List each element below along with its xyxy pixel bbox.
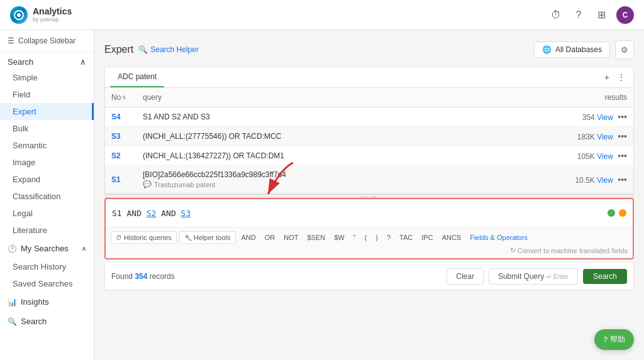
search-helper-button[interactable]: 🔍 Search Helper	[138, 45, 199, 54]
view-link-s2[interactable]: View	[597, 152, 613, 161]
clear-button[interactable]: Clear	[447, 268, 484, 285]
query-input[interactable]: S1 AND S2 AND S3	[112, 209, 608, 218]
saved-searches-label: Saved Searches	[13, 279, 72, 288]
help-icon[interactable]: ?	[571, 8, 586, 23]
app-logo-text: Analytics by patinap	[33, 7, 72, 23]
gear-icon: ⚙	[621, 45, 628, 55]
row-id-s1[interactable]: S1	[105, 166, 136, 194]
search-bottom-icon: 🔍	[8, 317, 17, 326]
row-id-s2[interactable]: S2	[105, 146, 136, 166]
operator-close-paren[interactable]: )	[372, 232, 381, 243]
timer-icon[interactable]: ⏱	[548, 8, 564, 23]
row-query-s3: (INCHI_ALL:(27775546)) OR TACD:MCC	[136, 127, 488, 146]
operator-ancs[interactable]: ANCS	[439, 232, 465, 243]
user-avatar[interactable]: C	[616, 6, 634, 24]
more-button-s1[interactable]: •••	[618, 175, 627, 185]
classification-label: Classification	[13, 192, 61, 201]
search-bottom-section[interactable]: 🔍 Search	[0, 312, 94, 331]
sidebar-item-simple[interactable]: Simple	[0, 69, 94, 86]
simple-label: Simple	[13, 73, 38, 82]
my-searches-label: My Searches	[21, 244, 69, 253]
search-history-label: Search History	[13, 262, 66, 271]
operator-and[interactable]: AND	[238, 232, 259, 243]
operator-question[interactable]: ?	[384, 232, 394, 243]
sidebar-item-literature[interactable]: Literature	[0, 222, 94, 239]
sidebar-item-image[interactable]: Image	[0, 154, 94, 171]
search-helper-icon: 🔍	[138, 45, 148, 54]
add-tab-button[interactable]: +	[602, 70, 612, 85]
token-s2[interactable]: S2	[147, 209, 157, 218]
operator-w[interactable]: $W	[331, 232, 348, 243]
helper-tools-button[interactable]: 🔧 Helper tools	[179, 231, 236, 244]
operator-sen[interactable]: $SEN	[304, 232, 328, 243]
query-input-area: S1 AND S2 AND S3 ⏱ Historic queries	[104, 198, 634, 259]
operator-tac[interactable]: TAC	[396, 232, 416, 243]
collapse-sidebar-button[interactable]: ☰ Collapse Sidebar	[0, 30, 94, 52]
historic-queries-button[interactable]: ⏱ Historic queries	[111, 231, 177, 244]
search-section-header[interactable]: Search ∧	[0, 52, 94, 69]
row-query-s2: (INCHI_ALL:(136427227)) OR TACD:DM1	[136, 146, 488, 166]
literature-label: Literature	[13, 226, 47, 235]
help-fab-button[interactable]: ? 帮助	[594, 329, 634, 350]
sidebar-item-semantic[interactable]: Semantic	[0, 137, 94, 154]
helper-bar: ⏱ Historic queries 🔧 Helper tools AND OR…	[106, 227, 633, 258]
operator-or[interactable]: OR	[262, 232, 279, 243]
expand-label: Expand	[13, 175, 40, 184]
settings-button[interactable]: ⚙	[615, 40, 634, 59]
sidebar-item-expand[interactable]: Expand	[0, 171, 94, 188]
more-button-s2[interactable]: •••	[618, 151, 627, 161]
row-results-s3: 183K View •••	[488, 127, 633, 146]
table-row: S1 [BIO]2a566e66ccb225f1336a9c989c3ff7d4…	[105, 166, 633, 194]
operator-open-paren[interactable]: (	[362, 232, 370, 243]
row-id-s4[interactable]: S4	[105, 107, 136, 127]
chevron-up-icon-2: ∧	[82, 245, 86, 252]
tab-more-button[interactable]: ⋮	[614, 70, 628, 85]
sidebar-item-field[interactable]: Field	[0, 86, 94, 103]
row-id-s3[interactable]: S3	[105, 127, 136, 146]
view-link-s3[interactable]: View	[597, 133, 613, 141]
token-s3[interactable]: S3	[181, 209, 191, 218]
svg-point-1	[17, 13, 21, 17]
table-row: S4 S1 AND S2 AND S3 354 View •••	[105, 107, 633, 127]
clock-icon: 🕐	[8, 244, 17, 253]
field-label: Field	[13, 90, 30, 99]
legal-label: Legal	[13, 209, 33, 218]
navbar-right: ⏱ ? ⊞ C	[548, 6, 634, 24]
grid-icon[interactable]: ⊞	[594, 8, 609, 23]
table-row: S3 (INCHI_ALL:(27775546)) OR TACD:MCC 18…	[105, 127, 633, 146]
sidebar-item-legal[interactable]: Legal	[0, 205, 94, 222]
col-query: query	[136, 88, 488, 107]
view-link-s4[interactable]: View	[597, 113, 613, 122]
footer-bar: Found 354 records Clear Submit Query ↵ E…	[104, 263, 634, 290]
sidebar-item-search-history[interactable]: Search History	[0, 258, 94, 275]
insights-label: Insights	[21, 297, 49, 307]
tab-adc-patent[interactable]: ADC patent	[110, 67, 164, 87]
operator-not[interactable]: NOT	[280, 232, 301, 243]
main-content: Expert 🔍 Search Helper 🌐 All Databases ⚙…	[94, 30, 644, 360]
fields-operators-button[interactable]: Fields & Operators	[467, 232, 531, 243]
operator-quote[interactable]: "	[350, 232, 359, 243]
query-table: No ⇅ query results S4 S1 AND S2 AND S3 3…	[105, 88, 633, 194]
sidebar-item-classification[interactable]: Classification	[0, 188, 94, 205]
row-results-s4: 354 View •••	[488, 107, 633, 127]
tab-label: ADC patent	[118, 72, 157, 81]
more-button-s4[interactable]: •••	[618, 112, 627, 122]
table-row: S2 (INCHI_ALL:(136427227)) OR TACD:DM1 1…	[105, 146, 633, 166]
orange-indicator	[619, 209, 626, 217]
chevron-up-icon: ∧	[80, 57, 86, 67]
submit-query-button[interactable]: Submit Query ↵ Enter	[489, 268, 578, 285]
search-button[interactable]: Search	[583, 269, 627, 284]
sidebar-item-saved-searches[interactable]: Saved Searches	[0, 275, 94, 292]
more-button-s3[interactable]: •••	[618, 131, 627, 141]
sidebar-item-bulk[interactable]: Bulk	[0, 120, 94, 137]
convert-button[interactable]: ↻ Convert to machine translated fields	[510, 246, 628, 254]
view-link-s1[interactable]: View	[597, 176, 613, 185]
sidebar-item-expert[interactable]: Expert	[0, 103, 94, 120]
operator-ipc[interactable]: IPC	[418, 232, 436, 243]
collapse-label: Collapse Sidebar	[18, 36, 75, 45]
my-searches-section[interactable]: 🕐 My Searches ∧	[0, 239, 94, 258]
insights-section[interactable]: 📊 Insights	[0, 292, 94, 312]
all-databases-button[interactable]: 🌐 All Databases	[534, 41, 610, 58]
input-icons	[608, 209, 626, 217]
search-helper-label: Search Helper	[150, 45, 199, 54]
